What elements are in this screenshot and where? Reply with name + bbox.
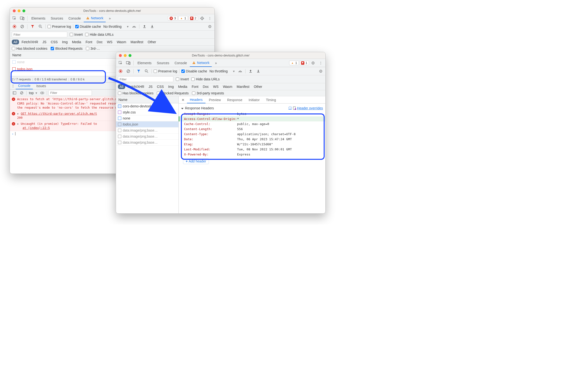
blocked-requests-checkbox[interactable]: Blocked Requests	[51, 47, 83, 50]
minimize-window-icon[interactable]	[124, 54, 127, 57]
context-select[interactable]: top▾	[28, 91, 38, 95]
settings-icon[interactable]	[309, 59, 317, 67]
header-row[interactable]: Content-Type:application/json; charset=U…	[179, 131, 325, 137]
type-doc[interactable]: Doc	[95, 40, 105, 44]
device-toggle-icon[interactable]	[125, 59, 132, 67]
type-manifest[interactable]: Manifest	[235, 84, 251, 89]
type-media[interactable]: Media	[70, 40, 83, 44]
list-item[interactable]: cors-demo-devtools.glitch.me	[116, 103, 178, 109]
maximize-window-icon[interactable]	[22, 10, 25, 12]
network-settings-icon[interactable]	[207, 23, 213, 30]
throttling-select[interactable]: No throttling▾	[209, 69, 236, 73]
type-manifest[interactable]: Manifest	[129, 40, 145, 44]
maximize-window-icon[interactable]	[128, 54, 131, 57]
tab-console[interactable]: Console	[172, 59, 189, 67]
search-icon[interactable]	[143, 68, 149, 74]
search-icon[interactable]	[37, 23, 43, 30]
invert-checkbox[interactable]: Invert	[176, 77, 189, 81]
close-window-icon[interactable]	[119, 54, 122, 57]
tab-sources[interactable]: Sources	[48, 15, 65, 22]
type-all[interactable]: All	[12, 40, 19, 44]
drawer-tab-issues[interactable]: Issues	[34, 83, 48, 89]
console-clear-icon[interactable]	[19, 90, 25, 96]
detail-tab-initiator[interactable]: Initiator	[246, 97, 263, 103]
download-icon[interactable]	[149, 23, 155, 30]
console-sidebar-icon[interactable]	[11, 90, 18, 96]
upload-icon[interactable]	[247, 68, 254, 74]
type-media[interactable]: Media	[177, 84, 189, 89]
type-css[interactable]: CSS	[49, 40, 59, 44]
preserve-log-checkbox[interactable]: Preserve log	[48, 25, 71, 29]
issues-badge[interactable]: ⚑2	[188, 16, 198, 21]
tab-network[interactable]: Network	[84, 14, 106, 22]
type-fetch[interactable]: Fetch/XHR	[126, 84, 146, 89]
tab-elements[interactable]: Elements	[29, 15, 48, 22]
third-party-checkbox[interactable]: 3rd-party requests	[192, 91, 224, 95]
blocked-requests-checkbox[interactable]: Blocked Requests	[157, 91, 189, 95]
list-item[interactable]: data:image/png;base…	[116, 140, 178, 146]
kebab-icon[interactable]: ⋮	[317, 59, 324, 67]
header-row[interactable]: Last-Modified:Tue, 08 Nov 2022 15:00:01 …	[179, 147, 325, 152]
live-expression-icon[interactable]	[39, 90, 45, 96]
warnings-badge[interactable]: ▲1	[289, 61, 299, 65]
close-window-icon[interactable]	[13, 10, 16, 12]
type-font[interactable]: Font	[84, 40, 94, 44]
header-row[interactable]: Etag:W/"22c-18457c15d68"	[179, 142, 325, 147]
list-item[interactable]: data:image/png;base…	[116, 127, 178, 133]
header-row[interactable]: Content-Length:556	[179, 127, 325, 131]
console-filter-input[interactable]	[49, 90, 92, 96]
type-img[interactable]: Img	[60, 40, 69, 44]
record-icon[interactable]	[11, 23, 18, 30]
record-icon[interactable]	[117, 68, 124, 74]
settings-icon[interactable]	[199, 15, 206, 22]
inspect-icon[interactable]	[11, 15, 18, 22]
warnings-badge[interactable]: ▲1	[178, 16, 188, 21]
disable-cache-checkbox[interactable]: Disable cache	[75, 25, 101, 29]
network-settings-icon[interactable]	[318, 68, 324, 74]
download-icon[interactable]	[255, 68, 262, 74]
tab-network[interactable]: Network	[190, 59, 212, 67]
filter-input[interactable]	[118, 76, 173, 82]
hide-data-urls-checkbox[interactable]: Hide data URLs	[191, 77, 220, 81]
clear-icon[interactable]	[19, 23, 25, 30]
list-item-selected[interactable]: todos.json	[116, 121, 178, 127]
issues-badge[interactable]: ⚑1	[299, 61, 309, 65]
more-tabs-icon[interactable]: »	[212, 59, 220, 67]
inspect-icon[interactable]	[117, 59, 124, 67]
detail-tab-timing[interactable]: Timing	[263, 97, 279, 103]
invert-checkbox[interactable]: Invert	[70, 33, 83, 36]
type-img[interactable]: Img	[167, 84, 175, 89]
kebab-icon[interactable]: ⋮	[206, 15, 213, 22]
header-row[interactable]: Cache-Control:public, max-age=0	[179, 121, 325, 127]
type-wasm[interactable]: Wasm	[115, 40, 128, 44]
type-all[interactable]: All	[118, 84, 125, 89]
minimize-window-icon[interactable]	[18, 10, 21, 12]
tab-sources[interactable]: Sources	[154, 59, 171, 67]
close-detail-icon[interactable]: ✕	[180, 98, 186, 102]
disable-cache-checkbox[interactable]: Disable cache	[181, 69, 207, 73]
blocked-cookies-checkbox[interactable]: Has blocked cookies	[12, 47, 47, 50]
tab-console[interactable]: Console	[66, 15, 83, 22]
tab-elements[interactable]: Elements	[135, 59, 154, 67]
header-row-added[interactable]: Access-Control-Allow-Origin:*	[179, 116, 325, 121]
device-toggle-icon[interactable]	[19, 15, 26, 22]
type-wasm[interactable]: Wasm	[221, 84, 234, 89]
type-css[interactable]: CSS	[155, 84, 166, 89]
detail-tab-preview[interactable]: Preview	[206, 97, 224, 103]
type-fetch[interactable]: Fetch/XHR	[20, 40, 40, 44]
drawer-tab-console[interactable]: Console	[16, 83, 33, 89]
response-headers-title[interactable]: Response Headers ⓘ Header overrides	[179, 105, 325, 111]
upload-icon[interactable]	[141, 23, 147, 30]
more-tabs-icon[interactable]: »	[106, 15, 113, 22]
network-conditions-icon[interactable]	[131, 23, 137, 30]
third-party-checkbox[interactable]: 3rd-…	[86, 47, 100, 50]
hide-data-urls-checkbox[interactable]: Hide data URLs	[85, 33, 114, 36]
list-item[interactable]: style.css	[116, 109, 178, 115]
throttling-select[interactable]: No throttling▾	[103, 25, 129, 29]
add-header-button[interactable]: +Add header	[183, 158, 209, 164]
network-conditions-icon[interactable]	[237, 68, 243, 74]
preserve-log-checkbox[interactable]: Preserve log	[154, 69, 177, 73]
header-overrides-link[interactable]: ⓘ Header overrides	[288, 106, 323, 110]
header-row[interactable]: Accept-Ranges:bytes	[179, 111, 325, 116]
blocked-cookies-checkbox[interactable]: Has blocked cookies	[118, 91, 153, 95]
